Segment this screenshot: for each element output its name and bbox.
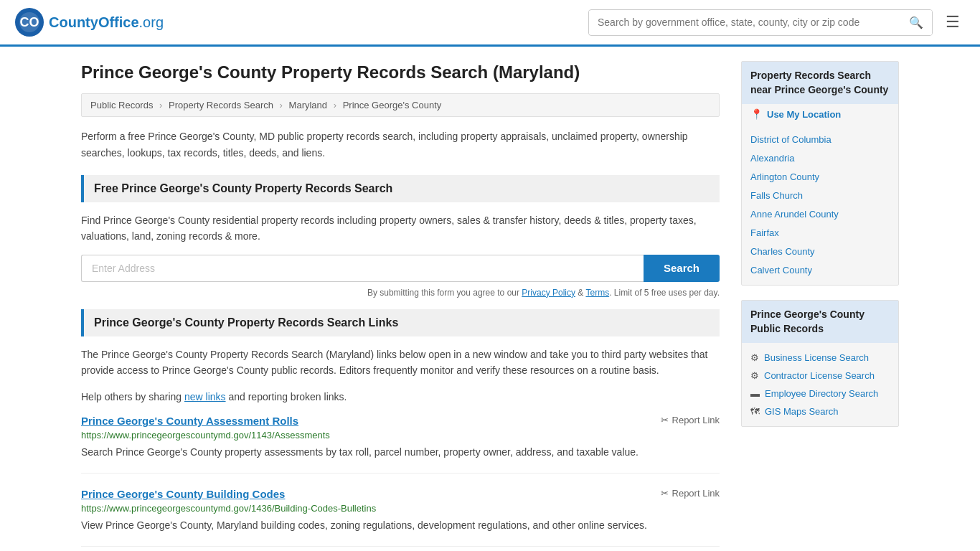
header-search-button[interactable]: 🔍 [900, 10, 932, 35]
breadcrumb-public-records[interactable]: Public Records [90, 100, 153, 110]
report-icon-2: ✂ [661, 488, 669, 499]
links-section-desc2: Help others by sharing new links and rep… [81, 389, 720, 405]
sidebar: Property Records Search near Prince Geor… [741, 61, 899, 551]
nearby-link-2[interactable]: Arlington County [750, 171, 819, 182]
header-search-area: 🔍 ☰ [588, 9, 966, 36]
breadcrumb-maryland[interactable]: Maryland [289, 100, 327, 110]
page-wrap: Prince George's County Property Records … [67, 47, 913, 551]
breadcrumb-sep-3: › [334, 100, 336, 110]
hamburger-menu-button[interactable]: ☰ [940, 10, 966, 34]
link-item-header-1: Prince George's County Assessment Rolls … [81, 415, 720, 427]
nearby-link-6[interactable]: Charles County [750, 246, 815, 257]
employee-directory-search-link[interactable]: Employee Directory Search [765, 388, 878, 399]
employee-directory-icon: ▬ [750, 388, 760, 399]
list-item: District of Columbia [742, 130, 898, 149]
free-search-heading: Free Prince George's County Property Rec… [81, 175, 720, 202]
list-item: Alexandria [742, 149, 898, 167]
nearby-link-3[interactable]: Falls Church [750, 190, 803, 201]
free-search-description: Find Prince George's County residential … [81, 212, 720, 245]
link-url-2[interactable]: https://www.princegeorgescountymd.gov/14… [81, 503, 720, 514]
logo-icon: CO [14, 7, 44, 37]
nearby-list: District of Columbia Alexandria Arlingto… [742, 124, 898, 285]
page-title: Prince George's County Property Records … [81, 61, 720, 83]
address-search-form: Search By submitting this form you agree… [81, 255, 720, 298]
list-item: Fairfax [742, 223, 898, 242]
breadcrumb-current: Prince George's County [343, 100, 442, 110]
link-item-building-codes: Prince George's County Building Codes ✂ … [81, 488, 720, 547]
logo-text: CountyOffice.org [49, 14, 164, 31]
list-item: ⚙ Contractor License Search [742, 367, 898, 385]
link-item-assessment-rolls: Prince George's County Assessment Rolls … [81, 415, 720, 474]
list-item: Anne Arundel County [742, 204, 898, 223]
nearby-link-4[interactable]: Anne Arundel County [750, 209, 839, 220]
list-item: Calvert County [742, 260, 898, 279]
header: CO CountyOffice.org 🔍 ☰ [0, 0, 980, 47]
links-section-heading: Prince George's County Property Records … [81, 309, 720, 336]
public-records-heading: Prince George's County Public Records [742, 301, 898, 343]
link-title-1[interactable]: Prince George's County Assessment Rolls [81, 415, 298, 427]
nearby-link-7[interactable]: Calvert County [750, 265, 812, 276]
report-link-button-2[interactable]: ✂ Report Link [661, 488, 720, 499]
contractor-license-icon: ⚙ [750, 370, 759, 381]
nearby-link-1[interactable]: Alexandria [750, 153, 794, 164]
breadcrumb: Public Records › Property Records Search… [81, 93, 720, 117]
breadcrumb-sep-1: › [159, 100, 162, 110]
breadcrumb-sep-2: › [280, 100, 283, 110]
links-section-desc: The Prince George's County Property Reco… [81, 347, 720, 379]
link-desc-2: View Prince George's County, Maryland bu… [81, 518, 720, 533]
nearby-heading: Property Records Search near Prince Geor… [742, 62, 898, 104]
public-records-box: Prince George's County Public Records ⚙ … [741, 300, 899, 427]
list-item: ▬ Employee Directory Search [742, 385, 898, 402]
business-license-search-link[interactable]: Business License Search [764, 352, 869, 363]
list-item: Charles County [742, 242, 898, 260]
list-item: ⚙ Business License Search [742, 349, 898, 367]
use-my-location-item[interactable]: 📍 Use My Location [742, 104, 898, 124]
svg-text:CO: CO [20, 15, 39, 29]
new-links-link[interactable]: new links [184, 391, 226, 402]
list-item: Arlington County [742, 167, 898, 186]
nearby-link-0[interactable]: District of Columbia [750, 134, 831, 145]
contractor-license-search-link[interactable]: Contractor License Search [764, 370, 875, 381]
address-input[interactable] [81, 255, 644, 282]
privacy-policy-link[interactable]: Privacy Policy [522, 288, 575, 298]
page-description: Perform a free Prince George's County, M… [81, 128, 720, 161]
public-records-list: ⚙ Business License Search ⚙ Contractor L… [742, 343, 898, 426]
logo: CO CountyOffice.org [14, 7, 164, 37]
terms-link[interactable]: Terms [585, 288, 609, 298]
nearby-link-5[interactable]: Fairfax [750, 227, 779, 238]
report-icon-1: ✂ [661, 415, 669, 425]
main-content: Prince George's County Property Records … [81, 61, 720, 551]
link-item-header-2: Prince George's County Building Codes ✂ … [81, 488, 720, 500]
gis-maps-icon: 🗺 [750, 406, 760, 417]
header-search-input[interactable] [589, 11, 900, 34]
form-note: By submitting this form you agree to our… [81, 288, 720, 298]
link-title-2[interactable]: Prince George's County Building Codes [81, 488, 285, 500]
list-item: Falls Church [742, 186, 898, 204]
use-my-location-link[interactable]: Use My Location [767, 109, 841, 120]
search-row: Search [81, 255, 720, 282]
breadcrumb-property-records-search[interactable]: Property Records Search [169, 100, 273, 110]
location-icon: 📍 [750, 108, 763, 120]
list-item: 🗺 GIS Maps Search [742, 402, 898, 420]
link-url-1[interactable]: https://www.princegeorgescountymd.gov/11… [81, 430, 720, 441]
search-button[interactable]: Search [644, 255, 720, 282]
link-desc-1: Search Prince George's County property a… [81, 445, 720, 460]
business-license-icon: ⚙ [750, 352, 759, 363]
header-search-bar[interactable]: 🔍 [588, 9, 933, 36]
nearby-box: Property Records Search near Prince Geor… [741, 61, 899, 286]
gis-maps-search-link[interactable]: GIS Maps Search [765, 406, 839, 417]
report-link-button-1[interactable]: ✂ Report Link [661, 415, 720, 425]
